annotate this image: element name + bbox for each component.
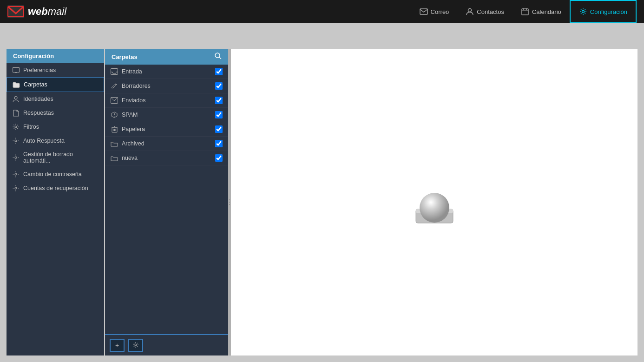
folder-spam-checkbox[interactable] (215, 111, 223, 118)
svg-rect-0 (7, 5, 24, 18)
folder-item-nueva[interactable]: nueva (105, 151, 228, 165)
nav-correo-label: Correo (431, 8, 449, 15)
gear-icon (579, 7, 587, 16)
sidebar-respuestas-label: Respuestas (23, 110, 54, 116)
nav-configuracion-label: Configuración (590, 8, 627, 15)
logo: webmail (7, 5, 66, 18)
gray-bar (0, 23, 644, 49)
folder-papelera-checkbox[interactable] (215, 125, 223, 133)
sidebar-cambio-label: Cambio de contraseña (23, 171, 82, 178)
svg-point-32 (135, 344, 137, 346)
folder-item-archived[interactable]: Archived (105, 137, 228, 151)
add-folder-button[interactable]: + (110, 339, 125, 352)
file-icon (12, 109, 20, 117)
svg-point-25 (114, 116, 114, 116)
sidebar-item-preferencias[interactable]: Preferencias (7, 63, 104, 77)
person-icon (466, 7, 474, 16)
folder-settings-button[interactable] (128, 339, 143, 352)
folder-nueva-checkbox[interactable] (215, 154, 223, 162)
folder-enviados-checkbox[interactable] (215, 97, 223, 104)
pencil-icon (111, 83, 118, 89)
settings-icon (132, 342, 139, 349)
top-navigation: webmail Correo Contactos (0, 0, 644, 23)
nav-correo[interactable]: Correo (411, 0, 458, 23)
filtros-gear-icon (12, 123, 20, 131)
svg-rect-4 (522, 9, 528, 15)
svg-point-35 (420, 193, 449, 223)
folder-papelera-label: Papelera (122, 126, 211, 132)
placeholder-icon (402, 174, 467, 230)
sidebar-item-respuestas[interactable]: Respuestas (7, 106, 104, 120)
folder-item-enviados[interactable]: Enviados (105, 93, 228, 108)
nav-contactos[interactable]: Contactos (457, 0, 513, 23)
nav-contactos-label: Contactos (477, 8, 504, 15)
folder-nueva-label: nueva (122, 155, 211, 161)
user-icon (12, 95, 20, 103)
nav-configuracion[interactable]: Configuración (570, 0, 637, 23)
sidebar-identidades-label: Identidades (23, 96, 53, 102)
sidebar-item-cambio[interactable]: Cambio de contraseña (7, 167, 104, 181)
svg-point-16 (15, 173, 17, 175)
resize-dots (229, 199, 230, 205)
svg-point-17 (15, 187, 17, 189)
folders-title-bar: Carpetas (105, 49, 228, 65)
folder-icon (13, 81, 20, 88)
sidebar-item-autorespuesta[interactable]: Auto Respuesta (7, 134, 104, 148)
nueva-folder-icon (111, 155, 118, 161)
nav-items: Correo Contactos Calendario (411, 0, 637, 23)
sent-icon (111, 97, 118, 104)
folder-borradores-checkbox[interactable] (215, 82, 223, 90)
sidebar-item-gestion[interactable]: Gestión de borrado automáti... (7, 148, 104, 167)
sidebar-item-carpetas[interactable]: Carpetas (7, 77, 104, 92)
svg-rect-9 (13, 67, 19, 72)
sidebar-carpetas-label: Carpetas (24, 81, 47, 88)
svg-rect-2 (420, 9, 427, 14)
svg-point-15 (15, 157, 17, 158)
sidebar-item-identidades[interactable]: Identidades (7, 92, 104, 106)
spam-icon (111, 112, 118, 118)
svg-point-3 (468, 9, 472, 12)
folder-borradores-label: Borradores (122, 83, 211, 89)
folder-archived-checkbox[interactable] (215, 140, 223, 147)
folders-list: Entrada Borradores (105, 65, 228, 334)
archived-folder-icon (111, 140, 118, 147)
calendar-icon (521, 7, 529, 16)
folder-item-entrada[interactable]: Entrada (105, 65, 228, 79)
svg-line-19 (219, 57, 221, 59)
logo-icon (7, 5, 24, 18)
autorespuesta-gear-icon (12, 137, 20, 145)
sidebar-filtros-label: Filtros (23, 124, 39, 130)
svg-point-8 (582, 11, 584, 13)
folder-item-spam[interactable]: SPAM (105, 108, 228, 122)
logo-text: webmail (28, 6, 66, 18)
trash-icon (111, 126, 118, 132)
nav-calendario-label: Calendario (532, 8, 561, 15)
sidebar-cuentas-label: Cuentas de recuperación (23, 185, 88, 191)
folders-title: Carpetas (112, 53, 138, 60)
search-icon[interactable] (215, 53, 222, 61)
left-sidebar: Configuración Preferencias Carpetas (7, 49, 104, 355)
right-content (231, 49, 637, 355)
folder-spam-label: SPAM (122, 112, 211, 118)
folders-panel: Carpetas Entrada (105, 49, 228, 355)
cuentas-gear-icon (12, 184, 20, 192)
svg-rect-20 (111, 69, 118, 75)
cambio-gear-icon (12, 171, 20, 178)
monitor-icon (12, 66, 20, 74)
sidebar-item-cuentas[interactable]: Cuentas de recuperación (7, 181, 104, 195)
sidebar-title: Configuración (7, 49, 104, 63)
folder-item-papelera[interactable]: Papelera (105, 122, 228, 137)
svg-point-14 (15, 140, 17, 142)
folder-entrada-checkbox[interactable] (215, 68, 223, 75)
placeholder-svg (402, 174, 467, 230)
plus-icon: + (115, 342, 119, 349)
mail-icon (420, 7, 428, 16)
nav-calendario[interactable]: Calendario (513, 0, 570, 23)
folder-entrada-label: Entrada (122, 68, 211, 75)
folder-item-borradores[interactable]: Borradores (105, 79, 228, 93)
folder-archived-label: Archived (122, 140, 211, 147)
sidebar-autorespuesta-label: Auto Respuesta (23, 138, 65, 144)
folder-enviados-label: Enviados (122, 97, 211, 104)
folders-footer: + (105, 334, 228, 355)
sidebar-item-filtros[interactable]: Filtros (7, 120, 104, 134)
